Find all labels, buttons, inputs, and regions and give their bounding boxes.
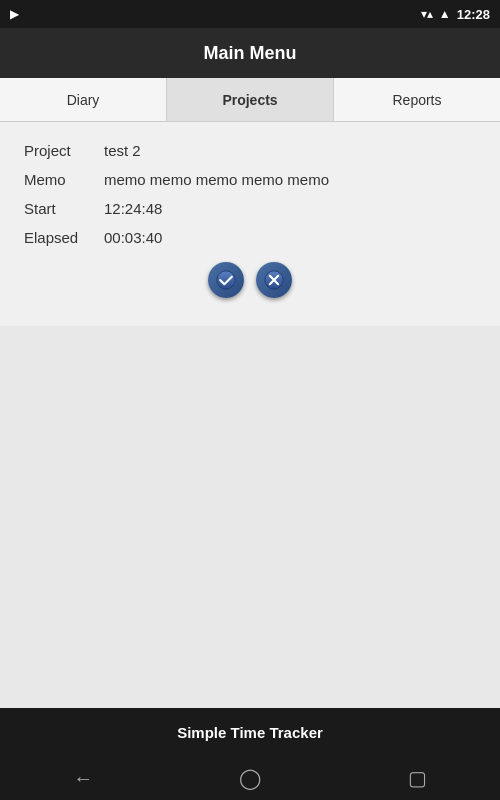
status-bar-right: ▾▴ ▲ 12:28 [421, 7, 490, 22]
app-bar: Main Menu [0, 28, 500, 78]
nav-bar: ← ◯ ▢ [0, 756, 500, 800]
tab-diary[interactable]: Diary [0, 78, 167, 121]
memo-value: memo memo memo memo memo [104, 171, 329, 188]
tab-reports[interactable]: Reports [334, 78, 500, 121]
memo-label: Memo [24, 171, 104, 188]
empty-area [0, 326, 500, 756]
elapsed-value: 00:03:40 [104, 229, 162, 246]
app-bar-title: Main Menu [204, 43, 297, 64]
content-area: Project test 2 Memo memo memo memo memo … [0, 122, 500, 326]
back-icon: ← [73, 767, 93, 790]
cancel-button[interactable] [256, 262, 292, 298]
elapsed-row: Elapsed 00:03:40 [24, 229, 476, 246]
start-row: Start 12:24:48 [24, 200, 476, 217]
recents-button[interactable]: ▢ [384, 758, 451, 798]
home-icon: ◯ [239, 766, 261, 790]
bottom-bar-title: Simple Time Tracker [177, 724, 323, 741]
project-label: Project [24, 142, 104, 159]
start-label: Start [24, 200, 104, 217]
start-value: 12:24:48 [104, 200, 162, 217]
bottom-bar: Simple Time Tracker [0, 708, 500, 756]
memo-row: Memo memo memo memo memo memo [24, 171, 476, 188]
elapsed-label: Elapsed [24, 229, 104, 246]
back-button[interactable]: ← [49, 759, 117, 798]
tab-bar: Diary Projects Reports [0, 78, 500, 122]
app-icon: ▶ [10, 7, 19, 21]
status-bar: ▶ ▾▴ ▲ 12:28 [0, 0, 500, 28]
status-time: 12:28 [457, 7, 490, 22]
action-buttons [24, 262, 476, 298]
signal-icon: ▲ [439, 7, 451, 21]
home-button[interactable]: ◯ [215, 758, 285, 798]
confirm-button[interactable] [208, 262, 244, 298]
project-row: Project test 2 [24, 142, 476, 159]
tab-projects[interactable]: Projects [167, 78, 334, 121]
wifi-icon: ▾▴ [421, 7, 433, 21]
recents-icon: ▢ [408, 766, 427, 790]
project-value: test 2 [104, 142, 141, 159]
status-bar-left: ▶ [10, 7, 19, 21]
